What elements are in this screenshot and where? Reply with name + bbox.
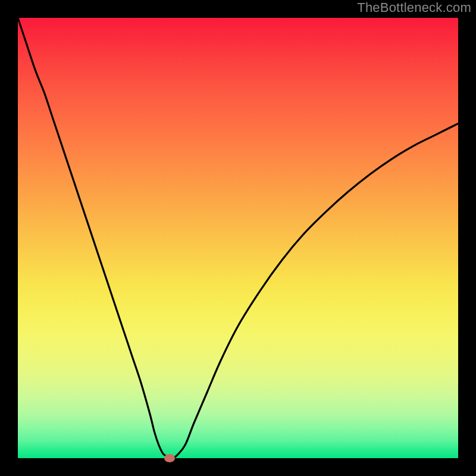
minimum-marker-dot	[164, 454, 175, 462]
plot-area	[18, 18, 458, 458]
watermark-text: TheBottleneck.com	[357, 0, 471, 15]
chart-frame: TheBottleneck.com	[0, 0, 476, 476]
bottleneck-curve	[18, 18, 458, 458]
